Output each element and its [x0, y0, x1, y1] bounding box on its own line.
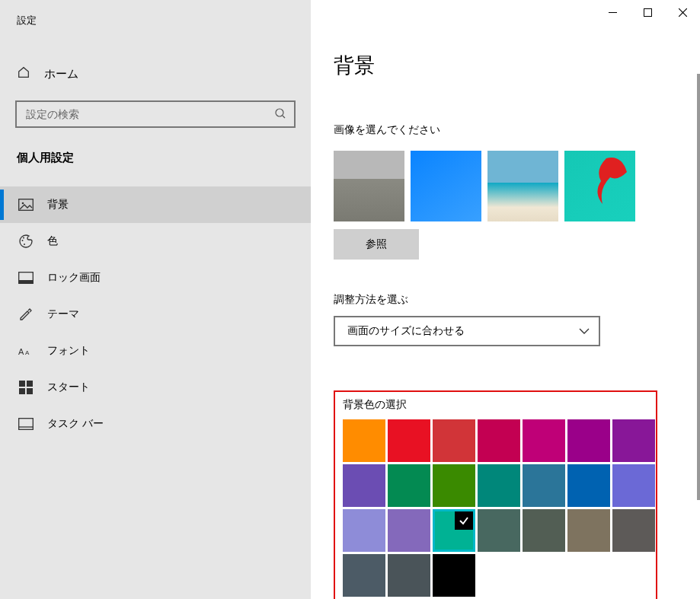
scrollbar-thumb[interactable] — [697, 74, 700, 500]
nav: 背景色ロック画面テーマAAフォントスタートタスク バー — [0, 186, 311, 442]
color-swatch[interactable] — [612, 509, 655, 552]
search-input[interactable] — [26, 108, 274, 120]
home-button[interactable]: ホーム — [0, 65, 311, 82]
color-swatch[interactable] — [388, 554, 430, 597]
color-swatch[interactable] — [612, 464, 655, 507]
sidebar-item-label: フォント — [47, 344, 90, 358]
color-swatch[interactable] — [388, 509, 430, 552]
sidebar-item-label: タスク バー — [47, 417, 104, 431]
svg-rect-11 — [19, 381, 25, 387]
content: 背景 画像を選んでください 参照 調整方法を選ぶ 画面のサイズに合わせる 背景色… — [311, 0, 700, 599]
svg-rect-14 — [27, 388, 33, 394]
sidebar-item-label: テーマ — [47, 307, 79, 321]
font-icon: AA — [18, 343, 34, 358]
color-swatch[interactable] — [343, 509, 385, 552]
sidebar-item-0[interactable]: 背景 — [0, 186, 311, 223]
sidebar-item-1[interactable]: 色 — [0, 223, 311, 260]
svg-point-3 — [22, 202, 24, 205]
fit-value: 画面のサイズに合わせる — [347, 324, 465, 338]
color-swatch[interactable] — [567, 509, 610, 552]
color-swatch[interactable] — [433, 419, 475, 462]
sidebar: 設定 ホーム 個人用設定 背景色ロック画面テーマAAフォントスタートタスク バー — [0, 0, 311, 599]
close-button[interactable] — [665, 0, 700, 24]
search-box[interactable] — [15, 100, 296, 128]
svg-rect-17 — [609, 12, 617, 13]
svg-rect-13 — [19, 388, 25, 394]
svg-point-0 — [276, 109, 283, 116]
color-grid — [343, 419, 648, 597]
color-swatch[interactable] — [433, 464, 475, 507]
home-icon — [17, 65, 30, 82]
lockscreen-icon — [18, 270, 34, 285]
home-label: ホーム — [44, 67, 78, 81]
palette-icon — [18, 234, 34, 249]
svg-line-1 — [283, 116, 285, 118]
color-swatch[interactable] — [523, 509, 565, 552]
svg-rect-15 — [19, 419, 34, 430]
sidebar-item-3[interactable]: テーマ — [0, 296, 311, 333]
color-section-title: 背景色の選択 — [343, 398, 648, 412]
sidebar-item-label: ロック画面 — [47, 271, 101, 285]
image-thumb[interactable] — [564, 151, 635, 221]
chevron-down-icon — [579, 326, 590, 336]
sidebar-item-label: 色 — [47, 234, 58, 248]
maximize-button[interactable] — [630, 0, 665, 24]
fit-dropdown[interactable]: 画面のサイズに合わせる — [334, 316, 600, 346]
check-icon — [455, 511, 473, 530]
color-swatch[interactable] — [343, 554, 385, 597]
color-swatch[interactable] — [612, 419, 655, 462]
image-thumb[interactable] — [334, 151, 404, 221]
theme-icon — [18, 307, 34, 322]
taskbar-icon — [18, 416, 34, 432]
sidebar-item-5[interactable]: スタート — [0, 369, 311, 406]
svg-point-6 — [24, 244, 25, 245]
color-section: 背景色の選択 — [334, 390, 657, 599]
search-icon — [274, 107, 286, 122]
image-thumb[interactable] — [487, 151, 558, 221]
image-thumbnails — [311, 137, 700, 221]
svg-text:A: A — [18, 347, 24, 356]
color-swatch[interactable] — [433, 509, 475, 552]
color-swatch[interactable] — [388, 419, 430, 462]
titlebar — [595, 0, 700, 24]
color-swatch[interactable] — [523, 464, 565, 507]
color-swatch[interactable] — [478, 509, 520, 552]
color-swatch[interactable] — [478, 419, 520, 462]
sidebar-item-4[interactable]: AAフォント — [0, 333, 311, 369]
color-swatch[interactable] — [343, 419, 385, 462]
sidebar-item-label: スタート — [47, 381, 90, 394]
scrollbar[interactable] — [697, 24, 700, 599]
color-swatch[interactable] — [567, 419, 610, 462]
svg-point-5 — [23, 237, 24, 239]
section-title: 個人用設定 — [0, 128, 311, 173]
sidebar-item-6[interactable]: タスク バー — [0, 406, 311, 442]
svg-rect-8 — [19, 280, 34, 284]
app-title: 設定 — [0, 0, 311, 27]
image-thumb[interactable] — [411, 151, 481, 221]
color-swatch[interactable] — [433, 554, 475, 597]
choose-image-heading: 画像を選んでください — [311, 79, 700, 137]
svg-rect-18 — [644, 8, 651, 16]
color-swatch[interactable] — [523, 419, 565, 462]
sidebar-item-label: 背景 — [47, 198, 69, 212]
color-swatch[interactable] — [388, 464, 430, 507]
start-icon — [18, 380, 34, 395]
sidebar-item-2[interactable]: ロック画面 — [0, 260, 311, 296]
minimize-button[interactable] — [595, 0, 630, 24]
svg-text:A: A — [25, 349, 30, 356]
browse-button[interactable]: 参照 — [334, 229, 419, 260]
svg-point-4 — [22, 240, 24, 241]
color-swatch[interactable] — [343, 464, 385, 507]
color-swatch[interactable] — [567, 464, 610, 507]
image-icon — [18, 197, 34, 212]
svg-rect-12 — [27, 381, 33, 387]
color-swatch[interactable] — [478, 464, 520, 507]
fit-heading: 調整方法を選ぶ — [311, 260, 700, 316]
